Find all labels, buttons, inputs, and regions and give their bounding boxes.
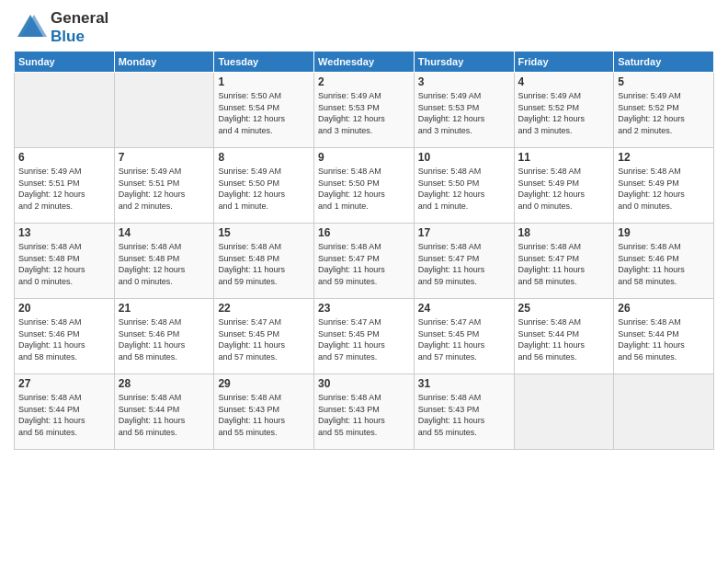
day-info: Sunrise: 5:47 AM Sunset: 5:45 PM Dayligh… <box>418 316 510 362</box>
day-info: Sunrise: 5:49 AM Sunset: 5:51 PM Dayligh… <box>18 166 110 212</box>
week-row-2: 13Sunrise: 5:48 AM Sunset: 5:48 PM Dayli… <box>15 224 714 299</box>
day-number: 2 <box>318 75 410 88</box>
calendar-cell: 24Sunrise: 5:47 AM Sunset: 5:45 PM Dayli… <box>414 299 514 374</box>
calendar-cell: 13Sunrise: 5:48 AM Sunset: 5:48 PM Dayli… <box>15 224 115 299</box>
day-info: Sunrise: 5:48 AM Sunset: 5:47 PM Dayligh… <box>318 241 410 287</box>
day-info: Sunrise: 5:48 AM Sunset: 5:46 PM Dayligh… <box>618 241 710 287</box>
calendar-cell: 14Sunrise: 5:48 AM Sunset: 5:48 PM Dayli… <box>114 224 214 299</box>
calendar-cell: 1Sunrise: 5:50 AM Sunset: 5:54 PM Daylig… <box>214 73 314 148</box>
day-number: 25 <box>518 302 610 315</box>
day-info: Sunrise: 5:49 AM Sunset: 5:51 PM Dayligh… <box>119 166 210 212</box>
day-number: 26 <box>618 302 710 315</box>
day-header-sunday: Sunday <box>15 52 115 73</box>
calendar-cell: 5Sunrise: 5:49 AM Sunset: 5:52 PM Daylig… <box>614 73 714 148</box>
header-row: SundayMondayTuesdayWednesdayThursdayFrid… <box>15 52 714 73</box>
day-number: 19 <box>618 226 710 239</box>
day-number: 9 <box>318 151 410 164</box>
day-number: 11 <box>518 151 610 164</box>
day-number: 5 <box>618 75 710 88</box>
day-info: Sunrise: 5:49 AM Sunset: 5:53 PM Dayligh… <box>418 90 510 136</box>
day-info: Sunrise: 5:48 AM Sunset: 5:46 PM Dayligh… <box>18 316 110 362</box>
day-number: 20 <box>18 302 110 315</box>
day-info: Sunrise: 5:48 AM Sunset: 5:44 PM Dayligh… <box>119 392 210 438</box>
header: General Blue <box>14 9 714 45</box>
day-number: 24 <box>418 302 510 315</box>
calendar-cell: 7Sunrise: 5:49 AM Sunset: 5:51 PM Daylig… <box>114 148 214 224</box>
calendar-cell: 22Sunrise: 5:47 AM Sunset: 5:45 PM Dayli… <box>214 299 314 374</box>
day-info: Sunrise: 5:50 AM Sunset: 5:54 PM Dayligh… <box>218 90 310 136</box>
day-number: 7 <box>119 151 210 164</box>
day-header-friday: Friday <box>514 52 614 73</box>
calendar-cell: 11Sunrise: 5:48 AM Sunset: 5:49 PM Dayli… <box>514 148 614 224</box>
day-info: Sunrise: 5:48 AM Sunset: 5:49 PM Dayligh… <box>518 166 610 212</box>
calendar-cell <box>614 374 714 450</box>
calendar-table: SundayMondayTuesdayWednesdayThursdayFrid… <box>14 51 714 450</box>
calendar-cell <box>514 374 614 450</box>
day-info: Sunrise: 5:48 AM Sunset: 5:43 PM Dayligh… <box>318 392 410 438</box>
day-info: Sunrise: 5:48 AM Sunset: 5:44 PM Dayligh… <box>618 316 710 362</box>
day-info: Sunrise: 5:48 AM Sunset: 5:50 PM Dayligh… <box>418 166 510 212</box>
day-number: 31 <box>418 377 510 390</box>
day-info: Sunrise: 5:48 AM Sunset: 5:47 PM Dayligh… <box>418 241 510 287</box>
logo-icon <box>14 11 47 44</box>
calendar-cell: 23Sunrise: 5:47 AM Sunset: 5:45 PM Dayli… <box>314 299 415 374</box>
day-number: 30 <box>318 377 410 390</box>
calendar-cell: 3Sunrise: 5:49 AM Sunset: 5:53 PM Daylig… <box>414 73 514 148</box>
day-number: 8 <box>218 151 310 164</box>
day-info: Sunrise: 5:48 AM Sunset: 5:50 PM Dayligh… <box>318 166 410 212</box>
day-header-tuesday: Tuesday <box>214 52 314 73</box>
calendar-cell <box>114 73 214 148</box>
calendar-cell: 6Sunrise: 5:49 AM Sunset: 5:51 PM Daylig… <box>15 148 115 224</box>
calendar-cell: 29Sunrise: 5:48 AM Sunset: 5:43 PM Dayli… <box>214 374 314 450</box>
day-info: Sunrise: 5:49 AM Sunset: 5:52 PM Dayligh… <box>518 90 610 136</box>
day-info: Sunrise: 5:48 AM Sunset: 5:43 PM Dayligh… <box>218 392 310 438</box>
day-info: Sunrise: 5:48 AM Sunset: 5:44 PM Dayligh… <box>518 316 610 362</box>
calendar-cell: 26Sunrise: 5:48 AM Sunset: 5:44 PM Dayli… <box>614 299 714 374</box>
calendar-cell: 25Sunrise: 5:48 AM Sunset: 5:44 PM Dayli… <box>514 299 614 374</box>
calendar-cell: 30Sunrise: 5:48 AM Sunset: 5:43 PM Dayli… <box>314 374 415 450</box>
calendar-cell: 27Sunrise: 5:48 AM Sunset: 5:44 PM Dayli… <box>15 374 115 450</box>
calendar-cell: 31Sunrise: 5:48 AM Sunset: 5:43 PM Dayli… <box>414 374 514 450</box>
calendar-cell: 10Sunrise: 5:48 AM Sunset: 5:50 PM Dayli… <box>414 148 514 224</box>
calendar-cell: 12Sunrise: 5:48 AM Sunset: 5:49 PM Dayli… <box>614 148 714 224</box>
day-number: 1 <box>218 75 310 88</box>
day-header-saturday: Saturday <box>614 52 714 73</box>
calendar-cell: 20Sunrise: 5:48 AM Sunset: 5:46 PM Dayli… <box>15 299 115 374</box>
week-row-3: 20Sunrise: 5:48 AM Sunset: 5:46 PM Dayli… <box>15 299 714 374</box>
day-number: 15 <box>218 226 310 239</box>
day-number: 27 <box>18 377 110 390</box>
day-number: 28 <box>119 377 210 390</box>
calendar-cell: 16Sunrise: 5:48 AM Sunset: 5:47 PM Dayli… <box>314 224 415 299</box>
calendar-cell: 18Sunrise: 5:48 AM Sunset: 5:47 PM Dayli… <box>514 224 614 299</box>
day-info: Sunrise: 5:48 AM Sunset: 5:48 PM Dayligh… <box>119 241 210 287</box>
calendar-container: General Blue SundayMondayTuesdayWednesda… <box>0 0 728 459</box>
day-number: 6 <box>18 151 110 164</box>
calendar-cell: 4Sunrise: 5:49 AM Sunset: 5:52 PM Daylig… <box>514 73 614 148</box>
day-info: Sunrise: 5:48 AM Sunset: 5:43 PM Dayligh… <box>418 392 510 438</box>
calendar-cell <box>15 73 115 148</box>
day-info: Sunrise: 5:49 AM Sunset: 5:50 PM Dayligh… <box>218 166 310 212</box>
day-info: Sunrise: 5:48 AM Sunset: 5:44 PM Dayligh… <box>18 392 110 438</box>
day-info: Sunrise: 5:48 AM Sunset: 5:48 PM Dayligh… <box>18 241 110 287</box>
calendar-cell: 21Sunrise: 5:48 AM Sunset: 5:46 PM Dayli… <box>114 299 214 374</box>
day-info: Sunrise: 5:48 AM Sunset: 5:46 PM Dayligh… <box>119 316 210 362</box>
day-info: Sunrise: 5:49 AM Sunset: 5:53 PM Dayligh… <box>318 90 410 136</box>
day-number: 18 <box>518 226 610 239</box>
logo: General Blue <box>14 9 108 45</box>
day-info: Sunrise: 5:48 AM Sunset: 5:48 PM Dayligh… <box>218 241 310 287</box>
day-info: Sunrise: 5:49 AM Sunset: 5:52 PM Dayligh… <box>618 90 710 136</box>
day-number: 22 <box>218 302 310 315</box>
day-header-wednesday: Wednesday <box>314 52 415 73</box>
day-info: Sunrise: 5:48 AM Sunset: 5:47 PM Dayligh… <box>518 241 610 287</box>
logo-text: General Blue <box>51 9 108 45</box>
calendar-cell: 19Sunrise: 5:48 AM Sunset: 5:46 PM Dayli… <box>614 224 714 299</box>
day-info: Sunrise: 5:47 AM Sunset: 5:45 PM Dayligh… <box>218 316 310 362</box>
day-number: 17 <box>418 226 510 239</box>
day-number: 23 <box>318 302 410 315</box>
calendar-cell: 28Sunrise: 5:48 AM Sunset: 5:44 PM Dayli… <box>114 374 214 450</box>
day-number: 16 <box>318 226 410 239</box>
day-number: 21 <box>119 302 210 315</box>
week-row-4: 27Sunrise: 5:48 AM Sunset: 5:44 PM Dayli… <box>15 374 714 450</box>
week-row-0: 1Sunrise: 5:50 AM Sunset: 5:54 PM Daylig… <box>15 73 714 148</box>
day-number: 13 <box>18 226 110 239</box>
